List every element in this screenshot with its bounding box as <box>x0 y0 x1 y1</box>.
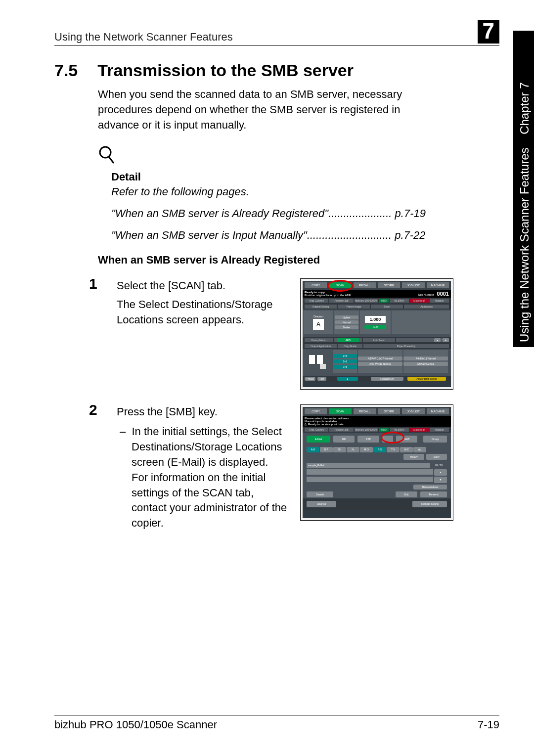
rotation-button[interactable]: Rotation Off <box>371 377 403 381</box>
letters-ef[interactable]: E-F <box>320 447 333 452</box>
list-down-button[interactable]: ▼ <box>434 477 447 483</box>
lighter-button[interactable]: Lighter <box>335 315 358 319</box>
up-arrow-button[interactable]: ▲ <box>434 338 441 342</box>
store-tab[interactable]: STORE <box>378 282 400 288</box>
svg-point-0 <box>100 147 111 158</box>
paper-1-button[interactable]: A3/A4R 11x17 Normal <box>358 356 402 360</box>
recall-tab[interactable]: RECALL <box>354 282 376 288</box>
detail-label: Detail <box>111 171 499 183</box>
footer-product: bizhub PRO 1050/1050e Scanner <box>54 718 217 731</box>
letters-wz[interactable]: W-Z <box>400 447 413 452</box>
info-rotation: Rotation <box>430 428 449 432</box>
info-memory: Memory 100.0000% <box>355 299 378 303</box>
svg-rect-3 <box>317 355 323 364</box>
info-modem: Modem off <box>410 299 429 303</box>
letters-tv[interactable]: T-V <box>387 447 400 452</box>
step-main-text: Press the [SMB] key. <box>117 404 287 420</box>
list-item[interactable] <box>307 477 433 482</box>
entry-button[interactable]: Entry <box>426 454 447 460</box>
info-hdd: HDD <box>379 428 389 432</box>
edit-button[interactable]: Edit <box>396 491 417 497</box>
store-tab[interactable]: STORE <box>378 408 400 414</box>
zoom-sub-button[interactable]: x1.0 <box>364 325 386 329</box>
highlight-circle-icon <box>327 280 353 292</box>
direction-value: A <box>313 319 324 330</box>
col-original: Original Setting <box>305 305 337 309</box>
ftp-tab-button[interactable]: FTP <box>357 436 379 443</box>
auto-paper-button[interactable]: Auto Paper Select <box>407 377 446 381</box>
paper-3-button[interactable]: A4 8½x11 Normal <box>403 356 448 360</box>
page-count: 01 / 01 <box>431 464 447 467</box>
resend-button[interactable]: Re-send <box>420 491 447 497</box>
section-title: Transmission to the SMB server <box>97 61 354 80</box>
info-reserve: Reserve Job <box>329 428 353 432</box>
output-app: Output Application <box>305 344 337 348</box>
qty-button[interactable]: 1 <box>337 377 358 381</box>
info-orig: Orig. Count 0 <box>305 428 328 432</box>
machine-tab[interactable]: MACHINE <box>427 408 449 414</box>
copy-tab[interactable]: COPY <box>305 282 327 288</box>
step-extra-text: The Select Destinations/Storage Location… <box>117 297 287 328</box>
col-preset: Preset Image <box>338 305 370 309</box>
letters-jl[interactable]: J-L <box>347 447 359 452</box>
copy-mode: Copy Mode <box>338 344 362 348</box>
list-up-button[interactable]: ▲ <box>434 469 447 476</box>
letters-etc[interactable]: etc. <box>413 447 426 452</box>
status-sub: Position original face up in the ADF <box>305 294 351 297</box>
email-tab-button[interactable]: E-Mail <box>307 436 330 443</box>
list-item[interactable] <box>307 469 433 475</box>
output-icon <box>308 353 328 370</box>
detail-line-2: "When an SMB server is Input Manually"..… <box>111 229 499 242</box>
info-rotation: Rotation <box>430 299 449 303</box>
recall-tab[interactable]: RECALL <box>354 408 376 414</box>
hd-tab-button[interactable]: HD <box>333 436 355 443</box>
joblist-tab[interactable]: JOB LIST <box>402 408 424 414</box>
darker-button[interactable]: Darker <box>335 325 358 329</box>
step-number: 2 <box>89 402 104 417</box>
list-item[interactable]: sample_E-Mail <box>307 463 430 468</box>
side-chapter-tab: Using the Network Scanner Features Chapt… <box>513 31 534 347</box>
info-orig: Orig. Count 0 <box>305 299 328 303</box>
step-number: 1 <box>89 276 104 291</box>
status-line3: Ready to receive print data <box>308 423 344 426</box>
detail-line-1: "When an SMB server is Already Registere… <box>111 207 499 220</box>
detail-refer: Refer to the following pages. <box>111 185 499 198</box>
page-header: Using the Network Scanner Features 7 <box>54 20 499 46</box>
scan-tab[interactable]: SCAN <box>329 408 351 414</box>
subsection-heading: When an SMB server is Already Registered <box>98 254 499 267</box>
info-reserve: Reserve Job <box>329 299 353 303</box>
info-hdd-pct: 96.696% <box>390 428 409 432</box>
letters-ps[interactable]: P-S <box>373 447 386 452</box>
scanner-setting-button[interactable]: Scanner Setting <box>412 501 447 507</box>
letters-mo[interactable]: M-O <box>360 447 373 452</box>
letters-gi[interactable]: G-I <box>333 447 346 452</box>
mode-15-button[interactable]: 1>5 <box>333 365 357 369</box>
aes-button[interactable]: AES <box>337 338 359 342</box>
info-memory: Memory 100.0000% <box>355 428 378 432</box>
info-hdd: HDD <box>379 299 389 303</box>
letters-ad[interactable]: A-D <box>307 447 319 452</box>
col-zoom: Zoom <box>371 305 403 309</box>
copy-tab[interactable]: COPY <box>305 408 327 414</box>
run-button[interactable]: Run <box>317 377 326 381</box>
search-button[interactable]: Search <box>307 491 333 497</box>
side-tab-chapter: Chapter 7 <box>518 82 531 134</box>
col-application: Application <box>404 305 449 309</box>
joblist-tab[interactable]: JOB LIST <box>402 282 424 288</box>
group-tab-button[interactable]: Group <box>423 436 447 443</box>
name-address-button[interactable]: Name Address <box>413 485 447 489</box>
footer-page-number: 7-19 <box>478 718 499 731</box>
mode-25-button[interactable]: 2>5 <box>333 354 357 358</box>
header-title: Using the Network Scanner Features <box>54 31 233 44</box>
mode-51-button[interactable]: 5>1 <box>333 359 357 363</box>
preset-button[interactable]: Preset <box>305 377 315 381</box>
set-number-value: 0001 <box>437 291 449 297</box>
paper-4-button[interactable]: A3/A5R Normal <box>403 362 448 366</box>
down-arrow-button[interactable]: ▼ <box>443 338 449 342</box>
history-button[interactable]: History <box>403 454 424 460</box>
clear-all-button[interactable]: Clear All <box>307 501 336 507</box>
normal-button[interactable]: Normal <box>335 320 358 324</box>
paper-2-button[interactable]: A4R 8½x11 Normal <box>358 362 402 366</box>
highlight-circle-icon <box>381 432 404 444</box>
machine-tab[interactable]: MACHINE <box>427 282 449 288</box>
